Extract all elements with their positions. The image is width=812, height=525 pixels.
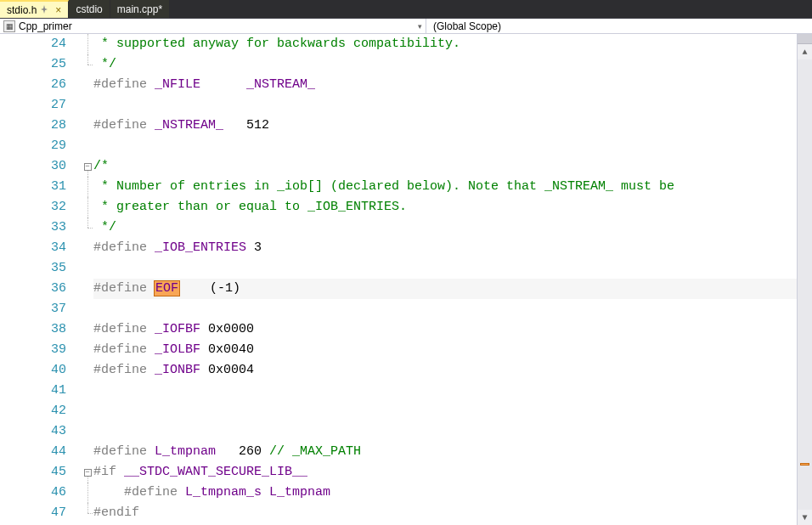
code-line[interactable]: #define L_tmpnam_s L_tmpnam: [93, 483, 797, 503]
line-number: 47: [0, 503, 66, 523]
fold-cell[interactable]: −: [82, 156, 93, 177]
fold-cell: [82, 319, 93, 340]
code-line[interactable]: [93, 136, 797, 156]
fold-cell: [82, 258, 93, 279]
code-line[interactable]: [93, 381, 797, 401]
code-line[interactable]: * greater than or equal to _IOB_ENTRIES.: [93, 197, 797, 217]
fold-toggle-icon[interactable]: −: [84, 469, 92, 477]
code-line[interactable]: * Number of entries in _iob[] (declared …: [93, 177, 797, 197]
project-scope-selector[interactable]: ▦ Cpp_primer ▾: [0, 19, 426, 33]
code-line[interactable]: #define _IOB_ENTRIES 3: [93, 238, 797, 258]
code-token: */: [101, 57, 116, 71]
code-token: [93, 485, 124, 500]
line-number: 28: [0, 116, 66, 136]
line-number: 25: [0, 54, 66, 75]
fold-toggle-icon[interactable]: −: [84, 163, 92, 171]
fold-cell[interactable]: −: [82, 462, 93, 483]
line-number: 32: [0, 197, 66, 217]
fold-cell: [82, 442, 93, 462]
fold-cell: [82, 421, 93, 442]
code-token: [147, 363, 155, 377]
navigation-bar: ▦ Cpp_primer ▾ (Global Scope): [0, 19, 812, 34]
code-token: [93, 200, 101, 214]
tab-maincpp[interactable]: main.cpp*: [110, 0, 170, 18]
line-number: 34: [0, 238, 66, 258]
tab-label: stdio.h: [7, 4, 37, 16]
scrollbar-mark: [800, 463, 809, 466]
line-number: 39: [0, 340, 66, 360]
code-token: #define: [93, 118, 147, 133]
code-token: 0x0000: [200, 322, 254, 336]
code-line[interactable]: */: [93, 217, 797, 238]
code-line[interactable]: #if __STDC_WANT_SECURE_LIB__: [93, 462, 797, 483]
code-line[interactable]: [93, 299, 797, 319]
tab-stdioh[interactable]: stdio.h×: [0, 0, 69, 18]
code-token: #if: [93, 465, 116, 479]
line-number: 29: [0, 136, 66, 156]
code-line[interactable]: [93, 401, 797, 421]
code-token: #define: [93, 281, 147, 296]
code-line[interactable]: #define _IOLBF 0x0040: [93, 340, 797, 360]
code-token: _IOLBF: [155, 342, 200, 357]
line-number: 45: [0, 462, 66, 483]
fold-cell: [82, 54, 93, 75]
code-line[interactable]: #define _IOFBF 0x0000: [93, 319, 797, 340]
fold-cell: [82, 75, 93, 95]
code-token: 0x0040: [200, 342, 254, 357]
fold-cell: [82, 360, 93, 381]
line-number-gutter: 2425262728293031323334353637383940414243…: [0, 34, 82, 525]
line-number: 24: [0, 34, 66, 54]
code-token: [93, 220, 101, 234]
code-line[interactable]: [93, 95, 797, 116]
fold-cell: [82, 401, 93, 421]
line-number: 38: [0, 319, 66, 340]
code-line[interactable]: [93, 258, 797, 279]
code-token: [116, 465, 124, 479]
code-line[interactable]: #define L_tmpnam 260 // _MAX_PATH: [93, 442, 797, 462]
code-line[interactable]: /*: [93, 156, 797, 177]
code-area[interactable]: * supported anyway for backwards compati…: [93, 34, 797, 525]
code-token: [93, 57, 101, 71]
code-token: /*: [93, 159, 109, 173]
scope-label: (Global Scope): [433, 20, 501, 32]
project-icon: ▦: [3, 20, 15, 32]
line-number: 27: [0, 95, 66, 116]
code-token: [178, 485, 185, 500]
scroll-down-arrow[interactable]: ▼: [798, 510, 812, 525]
close-icon[interactable]: ×: [55, 4, 61, 16]
line-number: 31: [0, 177, 66, 197]
code-token: [147, 118, 155, 133]
code-line[interactable]: #define EOF (-1): [93, 279, 797, 299]
line-number: 26: [0, 75, 66, 95]
code-token: L_tmpnam_s: [185, 485, 262, 500]
code-token: * greater than or equal to _IOB_ENTRIES.: [101, 200, 407, 214]
editor: 2425262728293031323334353637383940414243…: [0, 34, 812, 525]
fold-cell: [82, 136, 93, 156]
code-token: [147, 77, 155, 92]
line-number: 30: [0, 156, 66, 177]
code-line[interactable]: #endif: [93, 503, 797, 523]
code-line[interactable]: */: [93, 54, 797, 75]
tab-cstdio[interactable]: cstdio: [69, 0, 110, 18]
code-line[interactable]: [93, 421, 797, 442]
code-token: [262, 485, 269, 500]
symbol-scope-selector[interactable]: (Global Scope): [426, 19, 812, 33]
code-line[interactable]: * supported anyway for backwards compati…: [93, 34, 797, 54]
scroll-up-arrow[interactable]: ▲: [798, 44, 812, 59]
code-token: [93, 37, 101, 51]
split-handle[interactable]: [798, 34, 812, 44]
code-token: 260: [216, 444, 269, 459]
code-token: [147, 322, 155, 336]
code-line[interactable]: #define _NSTREAM_ 512: [93, 116, 797, 136]
code-token: _NSTREAM_: [155, 118, 223, 133]
code-token: * supported anyway for backwards compati…: [101, 37, 460, 51]
code-line[interactable]: #define _NFILE _NSTREAM_: [93, 75, 797, 95]
code-token: #define: [93, 342, 147, 357]
fold-cell: [82, 238, 93, 258]
code-token: _NSTREAM_: [246, 77, 315, 92]
code-line[interactable]: #define _IONBF 0x0004: [93, 360, 797, 381]
chevron-down-icon: ▾: [418, 22, 422, 31]
vertical-scrollbar[interactable]: ▲ ▼: [797, 34, 812, 525]
code-token: #define: [93, 444, 147, 459]
line-number: 33: [0, 217, 66, 238]
